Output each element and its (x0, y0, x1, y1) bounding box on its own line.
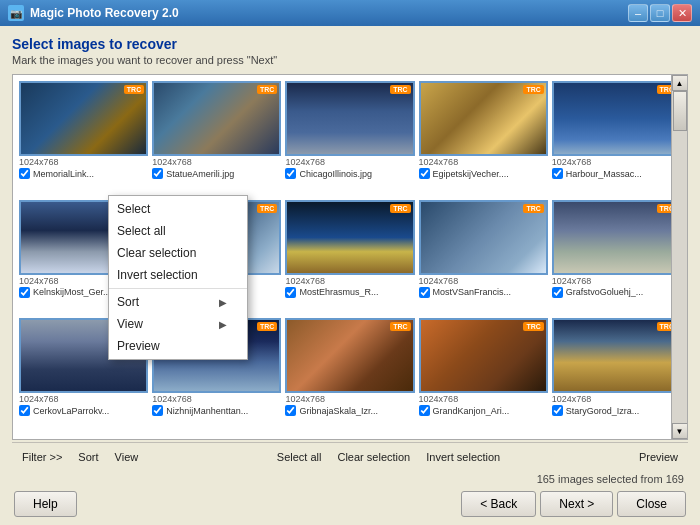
image-filename: MemorialLink... (33, 169, 94, 179)
thumbnail[interactable]: TRC (419, 200, 548, 275)
image-cell: TRC 1024x768 EgipetskijVecher.... (419, 81, 548, 196)
image-filename: StatueAmerili.jpg (166, 169, 234, 179)
thumbnail[interactable]: TRC (152, 81, 281, 156)
main-container: Select images to recover Mark the images… (0, 26, 700, 525)
image-label: GrandKanjon_Ari... (419, 405, 548, 416)
image-checkbox[interactable] (152, 168, 163, 179)
image-label: Harbour_Massac... (552, 168, 681, 179)
clear-selection-button[interactable]: Clear selection (329, 448, 418, 466)
menu-item-label: Select all (117, 224, 166, 238)
image-cell: TRC 1024x768 MemorialLink... (19, 81, 148, 196)
image-grid-wrapper: TRC 1024x768 MemorialLink... TRC 1024x76… (12, 74, 688, 440)
image-info: 1024x768 (285, 276, 414, 286)
image-checkbox[interactable] (19, 405, 30, 416)
image-cell: TRC 1024x768 Harbour_Massac... (552, 81, 681, 196)
status-row: 165 images selected from 169 (12, 471, 688, 487)
context-menu-item-select-all[interactable]: Select all (109, 220, 247, 242)
image-checkbox[interactable] (552, 168, 563, 179)
context-menu-item-invert-selection[interactable]: Invert selection (109, 264, 247, 286)
filter-button[interactable]: Filter >> (14, 448, 70, 466)
thumbnail[interactable]: TRC (19, 81, 148, 156)
sort-button[interactable]: Sort (70, 448, 106, 466)
image-label: EgipetskijVecher.... (419, 168, 548, 179)
image-checkbox[interactable] (285, 405, 296, 416)
menu-item-label: Select (117, 202, 150, 216)
context-menu-item-clear-selection[interactable]: Clear selection (109, 242, 247, 264)
image-checkbox[interactable] (152, 405, 163, 416)
scroll-thumb[interactable] (673, 91, 687, 131)
submenu-arrow: ▶ (219, 319, 227, 330)
image-label: GrafstvoGoluehj_... (552, 287, 681, 298)
trc-badge: TRC (257, 85, 277, 94)
trc-badge: TRC (124, 85, 144, 94)
view-button[interactable]: View (107, 448, 147, 466)
image-cell: TRC 1024x768 GrafstvoGoluehj_... (552, 200, 681, 315)
image-filename: MostEhrasmus_R... (299, 287, 378, 297)
preview-button[interactable]: Preview (631, 448, 686, 466)
thumbnail[interactable]: TRC (552, 81, 681, 156)
bottom-row: Help < Back Next > Close (12, 487, 688, 519)
image-filename: EgipetskijVecher.... (433, 169, 509, 179)
image-checkbox[interactable] (552, 287, 563, 298)
trc-badge: TRC (523, 322, 543, 331)
image-cell: TRC 1024x768 StaryGorod_Izra... (552, 318, 681, 433)
image-label: MostEhrasmus_R... (285, 287, 414, 298)
image-info: 1024x768 (19, 394, 148, 404)
back-button[interactable]: < Back (461, 491, 536, 517)
thumbnail[interactable]: TRC (285, 81, 414, 156)
next-button[interactable]: Next > (540, 491, 613, 517)
image-filename: StaryGorod_Izra... (566, 406, 640, 416)
thumbnail[interactable]: TRC (285, 318, 414, 393)
image-checkbox[interactable] (19, 287, 30, 298)
image-info: 1024x768 (152, 394, 281, 404)
image-filename: CerkovLaParrokv... (33, 406, 109, 416)
page-subtitle: Mark the images you want to recover and … (12, 54, 688, 66)
image-info: 1024x768 (19, 157, 148, 167)
image-cell: TRC 1024x768 ChicagoIllinois.jpg (285, 81, 414, 196)
trc-badge: TRC (390, 204, 410, 213)
image-label: NizhnijManhenttan... (152, 405, 281, 416)
invert-selection-button[interactable]: Invert selection (418, 448, 508, 466)
close-button[interactable]: Close (617, 491, 686, 517)
minimize-button[interactable]: – (628, 4, 648, 22)
thumbnail[interactable]: TRC (419, 81, 548, 156)
thumbnail[interactable]: TRC (552, 200, 681, 275)
image-filename: NizhnijManhenttan... (166, 406, 248, 416)
image-checkbox[interactable] (285, 168, 296, 179)
thumbnail[interactable]: TRC (552, 318, 681, 393)
image-filename: ChicagoIllinois.jpg (299, 169, 372, 179)
maximize-button[interactable]: □ (650, 4, 670, 22)
context-menu: SelectSelect allClear selectionInvert se… (108, 195, 248, 360)
image-checkbox[interactable] (419, 168, 430, 179)
trc-badge: TRC (523, 85, 543, 94)
help-button[interactable]: Help (14, 491, 77, 517)
image-checkbox[interactable] (419, 405, 430, 416)
thumbnail[interactable]: TRC (419, 318, 548, 393)
scroll-up-button[interactable]: ▲ (672, 75, 688, 91)
menu-separator (109, 288, 247, 289)
trc-badge: TRC (523, 204, 543, 213)
context-menu-item-select[interactable]: Select (109, 198, 247, 220)
image-filename: GribnajaSkala_Izr... (299, 406, 378, 416)
image-info: 1024x768 (552, 276, 681, 286)
menu-item-label: Invert selection (117, 268, 198, 282)
menu-item-label: Clear selection (117, 246, 196, 260)
scrollbar[interactable]: ▲ ▼ (671, 75, 687, 439)
select-all-button[interactable]: Select all (269, 448, 330, 466)
image-info: 1024x768 (419, 394, 548, 404)
toolbar-row: Filter >> Sort View Select all Clear sel… (12, 442, 688, 471)
image-filename: MostVSanFrancis... (433, 287, 512, 297)
image-checkbox[interactable] (19, 168, 30, 179)
close-window-button[interactable]: ✕ (672, 4, 692, 22)
image-info: 1024x768 (285, 394, 414, 404)
image-cell: TRC 1024x768 MostVSanFrancis... (419, 200, 548, 315)
thumbnail[interactable]: TRC (285, 200, 414, 275)
image-checkbox[interactable] (285, 287, 296, 298)
image-info: 1024x768 (552, 157, 681, 167)
image-checkbox[interactable] (419, 287, 430, 298)
scroll-down-button[interactable]: ▼ (672, 423, 688, 439)
context-menu-item-sort[interactable]: Sort▶ (109, 291, 247, 313)
context-menu-item-view[interactable]: View▶ (109, 313, 247, 335)
context-menu-item-preview[interactable]: Preview (109, 335, 247, 357)
image-checkbox[interactable] (552, 405, 563, 416)
